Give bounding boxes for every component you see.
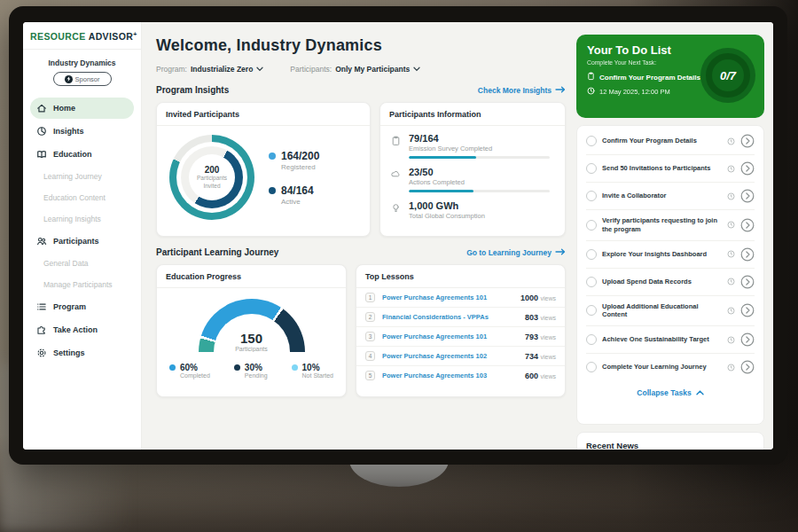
todo-next-task-label: Confirm Your Program Details <box>599 74 700 82</box>
task-row[interactable]: Achieve One Sustainability Target <box>586 326 755 354</box>
task-chevron-button[interactable] <box>740 247 755 262</box>
main-content: Welcome, Industry Dynamics Program: Indu… <box>142 22 576 450</box>
sidebar-item-take-action[interactable]: Take Action <box>30 319 134 340</box>
task-row[interactable]: Upload Additional Educational Content <box>586 296 755 327</box>
todo-column: Your To Do List Complete Your Next Task:… <box>576 22 773 450</box>
clock-icon <box>727 278 735 286</box>
brand-primary: RESOURCE <box>30 31 86 42</box>
sidebar-item-learning-journey[interactable]: Learning Journey <box>30 167 134 186</box>
legend-value: 84/164 <box>281 184 314 197</box>
emission-survey-icon <box>391 136 402 146</box>
go-to-learning-journey-link[interactable]: Go to Learning Journey <box>466 248 566 257</box>
task-row[interactable]: Confirm Your Program Details <box>586 128 755 155</box>
lesson-views-count: 600 <box>525 372 538 380</box>
task-checkbox[interactable] <box>586 277 597 287</box>
todo-progress-ring: 0/7 <box>700 48 755 103</box>
task-checkbox[interactable] <box>586 163 597 174</box>
sidebar-item-program[interactable]: Program <box>30 296 134 317</box>
sidebar-item-manage-participants[interactable]: Manage Participants <box>30 275 134 294</box>
task-row[interactable]: Complete Your Learning Journey <box>586 354 755 380</box>
link-label: Go to Learning Journey <box>466 248 552 257</box>
sidebar-item-education-content[interactable]: Education Content <box>30 188 134 207</box>
task-chevron-button[interactable] <box>740 218 755 232</box>
task-label: Achieve One Sustainability Target <box>602 335 722 344</box>
task-chevron-button[interactable] <box>740 360 755 374</box>
task-row[interactable]: Send 50 Invitations to Participants <box>586 155 755 183</box>
task-row[interactable]: Explore Your Insights Dashboard <box>586 241 755 269</box>
stat-bar-fill-0 <box>409 156 476 159</box>
task-chevron-button[interactable] <box>740 332 755 347</box>
lesson-views-count: 734 <box>525 352 538 361</box>
clock-icon <box>727 165 735 173</box>
chevron-down-icon <box>413 66 420 72</box>
lesson-rank: 2 <box>365 312 375 322</box>
lesson-row[interactable]: 2 Financial Considerations - VPPAs 803 v… <box>356 308 565 327</box>
todo-next-task[interactable]: Confirm Your Program Details <box>587 72 709 82</box>
lesson-row[interactable]: 1 Power Purchase Agreements 101 1000 vie… <box>356 288 565 308</box>
lesson-title-link[interactable]: Power Purchase Agreements 103 <box>382 372 518 379</box>
task-chevron-button[interactable] <box>740 303 755 317</box>
lesson-row[interactable]: 5 Power Purchase Agreements 103 600 view… <box>356 366 565 385</box>
lesson-row[interactable]: 3 Power Purchase Agreements 101 793 view… <box>356 327 565 347</box>
sidebar-item-home[interactable]: Home <box>30 98 134 119</box>
lesson-views-suffix: views <box>540 334 556 340</box>
stat-label: Total Global Consumption <box>409 212 554 220</box>
sidebar-item-settings[interactable]: Settings <box>30 342 134 364</box>
card-title: Top Lessons <box>356 265 565 288</box>
page-title: Welcome, Industry Dynamics <box>156 36 566 55</box>
chevron-down-icon <box>256 66 263 72</box>
lesson-title-link[interactable]: Power Purchase Agreements 102 <box>382 352 518 360</box>
sidebar-item-learning-insights[interactable]: Learning Insights <box>30 209 134 229</box>
task-checkbox[interactable] <box>586 334 597 345</box>
task-checkbox[interactable] <box>586 191 597 201</box>
task-chevron-button[interactable] <box>740 134 755 148</box>
collapse-tasks-link[interactable]: Collapse Tasks <box>586 380 755 405</box>
sidebar-item-general-data[interactable]: General Data <box>30 254 134 273</box>
lesson-views-suffix: views <box>540 354 556 360</box>
stat-emission-survey: 79/164 Emission Survey Completed <box>380 126 565 160</box>
program-filter-value: Industrialize Zero <box>191 65 253 74</box>
check-more-insights-link[interactable]: Check More Insights <box>478 86 566 95</box>
task-label: Invite a Collaborator <box>602 192 722 200</box>
clock-icon <box>727 250 735 258</box>
insights-icon <box>36 126 47 137</box>
sidebar-item-participants[interactable]: Participants <box>30 231 134 252</box>
take-action-icon <box>36 325 47 335</box>
task-checkbox[interactable] <box>586 362 597 372</box>
legend-label: Active <box>281 198 314 206</box>
sidebar-item-label: Manage Participants <box>43 280 113 289</box>
task-checkbox[interactable] <box>586 249 597 260</box>
task-row[interactable]: Verify participants requesting to join t… <box>586 210 755 241</box>
legend-value: 30% <box>245 363 268 372</box>
app-logo[interactable]: RESOURCE ADVISOR+ <box>30 31 134 42</box>
task-row[interactable]: Upload Spend Data Records <box>586 269 755 296</box>
task-chevron-button[interactable] <box>740 189 755 203</box>
task-label: Upload Spend Data Records <box>602 278 722 286</box>
task-chevron-button[interactable] <box>740 161 755 176</box>
lesson-row[interactable]: 4 Power Purchase Agreements 102 734 view… <box>356 347 565 366</box>
gauge-legend-completed: 60% Completed <box>169 363 210 379</box>
sidebar-item-label: General Data <box>43 259 89 268</box>
program-filter[interactable]: Program: Industrialize Zero <box>156 65 263 74</box>
task-chevron-button[interactable] <box>740 275 755 289</box>
sidebar-item-education[interactable]: Education <box>30 144 134 165</box>
lesson-title-link[interactable]: Power Purchase Agreements 101 <box>382 293 513 301</box>
task-row[interactable]: Invite a Collaborator <box>586 183 755 210</box>
invited-donut-chart: 200 Participants Invited <box>169 135 254 220</box>
top-lessons-card: Top Lessons 1 Power Purchase Agreements … <box>356 264 566 397</box>
stat-value: 79/164 <box>409 133 554 144</box>
lesson-title-link[interactable]: Power Purchase Agreements 101 <box>382 332 518 340</box>
legend-dot <box>292 364 298 371</box>
task-checkbox[interactable] <box>586 305 597 316</box>
sponsor-badge-label: Sponsor <box>75 75 100 83</box>
task-label: Verify participants requesting to join t… <box>602 216 722 234</box>
sponsor-badge[interactable]: Sponsor <box>53 72 112 86</box>
sidebar-item-insights[interactable]: Insights <box>30 121 134 142</box>
participants-filter[interactable]: Participants: Only My Participants <box>290 65 420 74</box>
card-title: Participants Information <box>380 103 565 126</box>
lesson-title-link[interactable]: Financial Considerations - VPPAs <box>382 313 518 321</box>
task-checkbox[interactable] <box>586 136 597 146</box>
task-checkbox[interactable] <box>586 220 597 231</box>
sidebar-divider <box>23 49 141 50</box>
sidebar-item-label: Education Content <box>43 193 106 202</box>
